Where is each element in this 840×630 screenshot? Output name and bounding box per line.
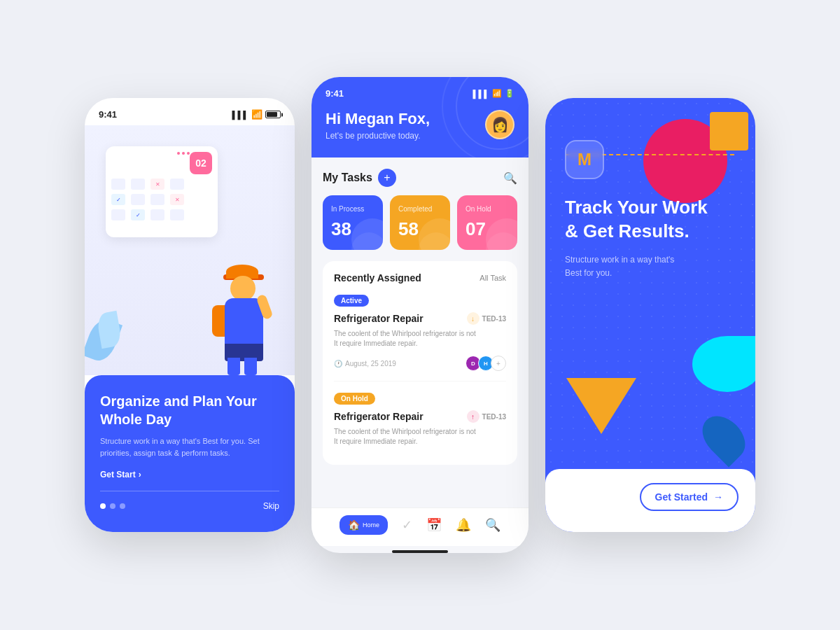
screens-container: 9:41 ▌▌▌ 📶 02 <box>0 49 840 581</box>
get-start-button[interactable]: Get Start › <box>100 470 279 479</box>
stat-label-completed: Completed <box>398 205 442 213</box>
task-desc-2: The coolent of the Whirlpool refrigerato… <box>334 427 506 447</box>
all-task-link[interactable]: All Task <box>479 274 506 282</box>
dot-3[interactable] <box>120 503 125 509</box>
nav-item-home[interactable]: 🏠 Home <box>340 515 388 535</box>
screen1-divider <box>100 491 279 491</box>
stat-label-on-hold: On Hold <box>465 205 509 213</box>
priority-down-icon: ↓ <box>467 312 479 325</box>
screen3-bottom: Get Started → <box>545 469 755 532</box>
task-desc-1: The coolent of the Whirlpool refrigerato… <box>334 329 506 349</box>
screen1-description: Structure work in a way that's Best for … <box>100 435 279 458</box>
screen2-status-bar: 9:41 ▌▌▌ 📶 🔋 <box>326 88 514 99</box>
calendar-rows: ✕ ✓ ✕ ✓ <box>111 178 212 220</box>
nav-item-bell[interactable]: 🔔 <box>456 517 471 533</box>
screen2-time: 9:41 <box>326 88 344 99</box>
priority-up-icon: ↑ <box>467 410 479 423</box>
avatar[interactable]: 👩 <box>485 110 514 139</box>
screen3-description: Structure work in a way that'sBest for y… <box>565 253 736 280</box>
screen3-phone: M Track Your Work& Get Results. Structur… <box>545 98 755 532</box>
logo-letter: M <box>578 150 592 169</box>
bell-icon: 🔔 <box>456 517 471 533</box>
task-item-1[interactable]: Active Refrigerator Repair ↓ TED-13 The … <box>334 293 506 382</box>
greeting-row: Hi Megan Fox, Let's be productive today.… <box>326 110 514 141</box>
task-title-row-2: Refrigerator Repair ↑ TED-13 <box>334 410 506 423</box>
task-badge-onhold: On Hold <box>334 393 375 405</box>
stat-num-in-process: 38 <box>331 218 374 240</box>
greeting-sub: Let's be productive today. <box>326 131 430 141</box>
task-name-2: Refrigerator Repair <box>334 411 424 422</box>
screen1-status-icons: ▌▌▌ 📶 <box>232 109 281 120</box>
get-started-label: Get Started <box>655 491 708 503</box>
calendar-date: 02 <box>190 152 212 174</box>
calendar-grid: 02 ✕ ✓ ✕ <box>106 146 218 237</box>
calendar-dots <box>177 152 190 172</box>
recently-title: Recently Assigned <box>334 272 421 284</box>
home-indicator <box>392 550 448 553</box>
stat-card-on-hold: On Hold 07 <box>457 195 517 250</box>
wifi-icon-s2: 📶 <box>492 89 502 98</box>
calendar-icon: 📅 <box>426 517 442 533</box>
recently-header: Recently Assigned All Task <box>334 272 506 284</box>
screen2-header: 9:41 ▌▌▌ 📶 🔋 Hi Megan Fox, Let's be prod… <box>312 77 528 158</box>
battery-icon <box>265 111 281 118</box>
task-date-1: 🕐 August, 25 2019 <box>334 360 396 368</box>
wifi-icon: 📶 <box>251 109 262 120</box>
screen1-status-bar: 9:41 ▌▌▌ 📶 <box>85 98 295 125</box>
task-title-row-1: Refrigerator Repair ↓ TED-13 <box>334 312 506 325</box>
home-icon: 🏠 <box>348 519 360 531</box>
screen1-phone: 9:41 ▌▌▌ 📶 02 <box>85 98 295 532</box>
screen2-phone: 9:41 ▌▌▌ 📶 🔋 Hi Megan Fox, Let's be prod… <box>312 77 528 553</box>
recently-assigned-section: Recently Assigned All Task Active Refrig… <box>323 261 517 465</box>
skip-button[interactable]: Skip <box>263 501 279 511</box>
character-illustration <box>204 235 288 375</box>
check-icon: ✓ <box>402 517 412 533</box>
my-tasks-header: My Tasks + 🔍 <box>323 158 517 195</box>
dot-1[interactable] <box>100 503 106 509</box>
task-item-2[interactable]: On Hold Refrigerator Repair ↑ TED-13 The… <box>334 391 506 447</box>
stat-num-completed: 58 <box>398 218 442 240</box>
my-tasks-title: My Tasks <box>323 172 372 184</box>
greeting-text: Hi Megan Fox, Let's be productive today. <box>326 110 430 141</box>
screen3-title: Track Your Work& Get Results. <box>565 196 736 244</box>
get-started-button[interactable]: Get Started → <box>640 483 738 511</box>
screen2-body[interactable]: My Tasks + 🔍 In Process 38 Completed 58 … <box>312 158 528 507</box>
task-footer-1: 🕐 August, 25 2019 D H + <box>334 356 506 371</box>
arrow-right-icon: → <box>713 491 723 503</box>
task-id-1: TED-13 <box>482 315 506 323</box>
assignee-more[interactable]: + <box>491 356 506 371</box>
screen1-title: Organize and Plan Your Whole Day <box>100 392 279 428</box>
assignees-1: D H + <box>468 356 506 371</box>
task-stats: In Process 38 Completed 58 On Hold 07 <box>323 195 517 250</box>
screen3-logo-area: M Track Your Work& Get Results. Structur… <box>545 98 755 469</box>
bottom-nav: 🏠 Home ✓ 📅 🔔 🔍 <box>312 507 528 546</box>
screen1-illustration: 02 ✕ ✓ ✕ <box>85 125 295 375</box>
nav-item-calendar[interactable]: 📅 <box>426 517 442 533</box>
clock-icon: 🕐 <box>334 360 342 368</box>
task-badge-active: Active <box>334 295 369 307</box>
my-tasks-left: My Tasks + <box>323 169 396 187</box>
screen1-bottom: Organize and Plan Your Whole Day Structu… <box>85 375 295 532</box>
nav-item-search[interactable]: 🔍 <box>485 517 500 533</box>
chevron-right-icon: › <box>139 470 141 479</box>
stat-label-in-process: In Process <box>331 205 374 213</box>
screen1-footer: Skip <box>100 501 279 511</box>
greeting-name: Hi Megan Fox, <box>326 110 430 128</box>
dot-2[interactable] <box>110 503 115 509</box>
task-id-block-2: ↑ TED-13 <box>467 410 506 423</box>
signal-icon: ▌▌▌ <box>232 111 248 119</box>
screen1-time: 9:41 <box>99 109 117 120</box>
search-icon[interactable]: 🔍 <box>503 172 517 185</box>
screen3-content: M Track Your Work& Get Results. Structur… <box>545 98 755 532</box>
screen2-status-icons: ▌▌▌ 📶 🔋 <box>473 89 514 98</box>
stat-card-in-process: In Process 38 <box>323 195 383 250</box>
task-id-2: TED-13 <box>482 413 506 421</box>
stat-card-completed: Completed 58 <box>390 195 450 250</box>
pagination-dots <box>100 503 125 509</box>
add-task-button[interactable]: + <box>378 169 396 187</box>
search-icon-nav: 🔍 <box>485 517 500 533</box>
task-name-1: Refrigerator Repair <box>334 313 424 324</box>
task-id-block-1: ↓ TED-13 <box>467 312 506 325</box>
nav-item-check[interactable]: ✓ <box>402 517 412 533</box>
signal-icon-s2: ▌▌▌ <box>473 90 489 98</box>
